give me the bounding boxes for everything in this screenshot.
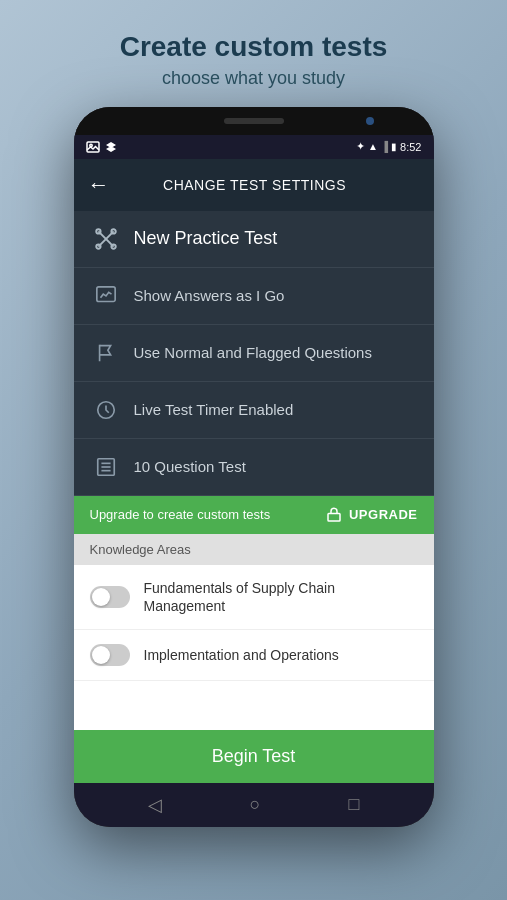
phone-frame: ✦ ▲ ▐ ▮ 8:52 ← CHANGE TEST SETTINGS bbox=[74, 107, 434, 827]
menu-item-question-count[interactable]: 10 Question Test bbox=[74, 439, 434, 496]
toggle-item-implementation[interactable]: Implementation and Operations bbox=[74, 630, 434, 681]
image-icon bbox=[86, 140, 100, 154]
menu-item-timer[interactable]: Live Test Timer Enabled bbox=[74, 382, 434, 439]
supply-chain-label: Fundamentals of Supply Chain Management bbox=[144, 579, 418, 615]
flag-icon bbox=[90, 337, 122, 369]
status-icons-right: ✦ ▲ ▐ ▮ 8:52 bbox=[356, 140, 421, 153]
knowledge-areas-header: Knowledge Areas bbox=[74, 534, 434, 565]
upgrade-button-label: UPGRADE bbox=[349, 507, 418, 522]
battery-icon: ▮ bbox=[391, 141, 397, 152]
nav-home-button[interactable]: ○ bbox=[250, 794, 261, 815]
supply-chain-toggle[interactable] bbox=[90, 586, 130, 608]
header-section: Create custom tests choose what you stud… bbox=[100, 0, 408, 107]
bluetooth-icon: ✦ bbox=[356, 140, 365, 153]
flagged-questions-label: Use Normal and Flagged Questions bbox=[134, 343, 372, 363]
upgrade-button[interactable]: UPGRADE bbox=[325, 506, 418, 524]
back-button[interactable]: ← bbox=[88, 172, 110, 198]
upgrade-text: Upgrade to create custom tests bbox=[90, 507, 271, 522]
clock-icon bbox=[90, 394, 122, 426]
svg-rect-0 bbox=[87, 142, 99, 152]
status-icons-left bbox=[86, 140, 118, 154]
status-time: 8:52 bbox=[400, 141, 421, 153]
nav-recent-button[interactable]: □ bbox=[349, 794, 360, 815]
dropbox-icon bbox=[104, 140, 118, 154]
edit-icon bbox=[90, 223, 122, 255]
show-answers-label: Show Answers as I Go bbox=[134, 286, 285, 306]
svg-rect-14 bbox=[328, 513, 340, 521]
phone-speaker bbox=[224, 118, 284, 124]
header-title: Create custom tests bbox=[120, 30, 388, 64]
menu-list: New Practice Test Show Answers as I Go bbox=[74, 211, 434, 496]
header-subtitle: choose what you study bbox=[120, 68, 388, 89]
phone-top bbox=[74, 107, 434, 135]
status-bar: ✦ ▲ ▐ ▮ 8:52 bbox=[74, 135, 434, 159]
implementation-label: Implementation and Operations bbox=[144, 646, 339, 664]
svg-point-4 bbox=[96, 229, 100, 233]
toolbar-title: CHANGE TEST SETTINGS bbox=[120, 177, 390, 193]
timer-label: Live Test Timer Enabled bbox=[134, 400, 294, 420]
toggle-list: Fundamentals of Supply Chain Management … bbox=[74, 565, 434, 730]
svg-point-6 bbox=[96, 244, 100, 248]
question-count-label: 10 Question Test bbox=[134, 457, 246, 477]
upgrade-icon bbox=[325, 506, 343, 524]
svg-point-5 bbox=[111, 229, 115, 233]
list-icon bbox=[90, 451, 122, 483]
wifi-icon: ▲ bbox=[368, 141, 378, 152]
toggle-item-supply-chain[interactable]: Fundamentals of Supply Chain Management bbox=[74, 565, 434, 630]
begin-test-label: Begin Test bbox=[212, 746, 296, 766]
toolbar: ← CHANGE TEST SETTINGS bbox=[74, 159, 434, 211]
menu-item-flagged-questions[interactable]: Use Normal and Flagged Questions bbox=[74, 325, 434, 382]
phone-camera bbox=[366, 117, 374, 125]
begin-test-button[interactable]: Begin Test bbox=[74, 730, 434, 783]
upgrade-banner[interactable]: Upgrade to create custom tests UPGRADE bbox=[74, 496, 434, 534]
chart-icon bbox=[90, 280, 122, 312]
app-screen: ← CHANGE TEST SETTINGS New Practice T bbox=[74, 159, 434, 783]
svg-rect-8 bbox=[96, 286, 114, 301]
svg-point-7 bbox=[111, 244, 115, 248]
menu-item-new-practice-test[interactable]: New Practice Test bbox=[74, 211, 434, 268]
implementation-toggle[interactable] bbox=[90, 644, 130, 666]
nav-back-button[interactable]: ◁ bbox=[148, 794, 162, 816]
menu-item-show-answers[interactable]: Show Answers as I Go bbox=[74, 268, 434, 325]
phone-bottom-nav: ◁ ○ □ bbox=[74, 783, 434, 827]
new-practice-test-label: New Practice Test bbox=[134, 227, 278, 250]
knowledge-areas-label: Knowledge Areas bbox=[90, 542, 191, 557]
signal-icon: ▐ bbox=[381, 141, 388, 152]
